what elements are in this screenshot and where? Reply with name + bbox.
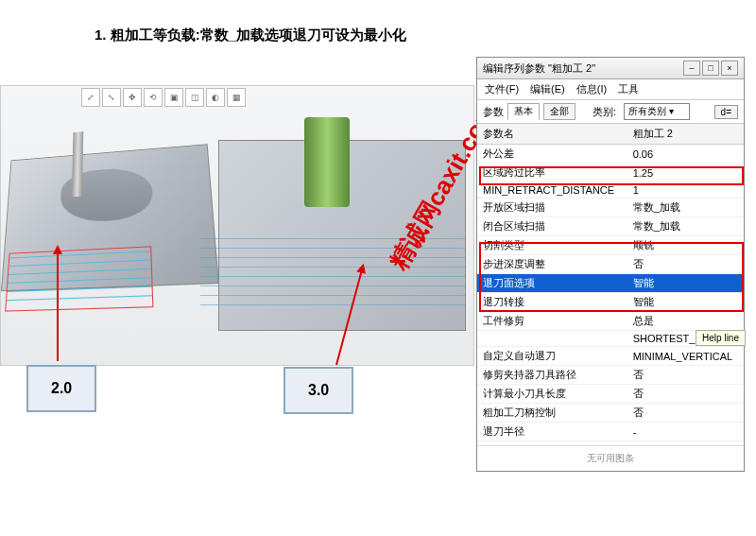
cylinder-tool	[304, 117, 350, 207]
menu-edit[interactable]: 编辑(E)	[530, 82, 565, 96]
param-value[interactable]: 总是	[627, 312, 744, 331]
callout-version-2: 3.0	[284, 367, 353, 414]
cad-viewport[interactable]: ⤢ ⤡ ✥ ⟲ ▣ ◫ ◐ ▦	[0, 85, 474, 366]
parameter-table: 参数名 粗加工 2 外公差0.06区域跨过比率1.25MIN_RETRACT_D…	[477, 124, 744, 441]
category-combo[interactable]: 所有类别 ▾	[624, 103, 690, 120]
minimize-icon[interactable]: –	[683, 61, 700, 76]
menu-bar: 文件(F) 编辑(E) 信息(I) 工具	[477, 79, 744, 100]
param-name: 工件修剪	[477, 312, 627, 331]
view-icon[interactable]: ◫	[185, 88, 204, 107]
menu-info[interactable]: 信息(I)	[576, 82, 607, 96]
table-row[interactable]: 修剪夹持器刀具路径否	[477, 366, 744, 385]
toolpath-lines	[200, 235, 465, 311]
param-name: 切割类型	[477, 236, 627, 255]
param-name: 粗加工刀柄控制	[477, 404, 627, 423]
param-value[interactable]: 0.06	[627, 145, 744, 164]
panel-footer: 无可用图条	[477, 445, 744, 471]
toolpath-region	[5, 246, 153, 311]
parameter-panel: 编辑序列参数 "粗加工 2" – □ × 文件(F) 编辑(E) 信息(I) 工…	[476, 57, 745, 472]
param-name: 修剪夹持器刀具路径	[477, 366, 627, 385]
table-row[interactable]: 粗加工刀柄控制否	[477, 404, 744, 423]
panel-titlebar[interactable]: 编辑序列参数 "粗加工 2" – □ ×	[477, 58, 744, 79]
param-name: 退刀面选项	[477, 274, 627, 293]
help-tooltip: Help line	[696, 330, 746, 346]
category-label: 类别:	[593, 105, 616, 119]
param-name: 闭合区域扫描	[477, 217, 627, 236]
fit-icon[interactable]: ▣	[164, 88, 183, 107]
table-row[interactable]: 开放区域扫描常数_加载	[477, 199, 744, 217]
param-name: MIN_RETRACT_DISTANCE	[477, 182, 627, 199]
arrow-1	[57, 248, 59, 361]
panel-title-text: 编辑序列参数 "粗加工 2"	[483, 61, 595, 76]
param-value[interactable]: 否	[627, 255, 744, 274]
page-title: 1. 粗加工等负载:常数_加载选项退刀可设为最小化	[94, 26, 406, 44]
zoom-out-icon[interactable]: ⤡	[102, 88, 121, 107]
wire-icon[interactable]: ▦	[227, 88, 246, 107]
table-row[interactable]: 退刀面选项智能	[477, 274, 744, 293]
param-name: 开放区域扫描	[477, 199, 627, 217]
param-value[interactable]: 否	[627, 385, 744, 404]
table-row[interactable]: 闭合区域扫描常数_加载	[477, 217, 744, 236]
param-name: 自定义自动退刀	[477, 347, 627, 366]
model-render	[1, 107, 473, 365]
tabs-label: 参数	[483, 105, 504, 119]
col-name[interactable]: 参数名	[477, 124, 627, 145]
zoom-in-icon[interactable]: ⤢	[81, 88, 100, 107]
param-value[interactable]: 否	[627, 366, 744, 385]
param-value[interactable]: 智能	[627, 293, 744, 312]
param-value[interactable]: -	[627, 423, 744, 441]
table-row[interactable]: 区域跨过比率1.25	[477, 164, 744, 182]
table-row[interactable]: 工件修剪总是	[477, 312, 744, 331]
col-value[interactable]: 粗加工 2	[627, 124, 744, 145]
cutting-tool	[72, 131, 84, 197]
param-value[interactable]: 顺铣	[627, 236, 744, 255]
table-row[interactable]: MIN_RETRACT_DISTANCE1	[477, 182, 744, 199]
param-value[interactable]: 智能	[627, 274, 744, 293]
param-value[interactable]: 1.25	[627, 164, 744, 182]
workpiece-right	[218, 140, 466, 331]
menu-tools[interactable]: 工具	[618, 82, 639, 96]
param-name: 区域跨过比率	[477, 164, 627, 182]
tab-basic[interactable]: 基本	[507, 103, 540, 120]
table-row[interactable]: 切割类型顺铣	[477, 236, 744, 255]
param-value[interactable]: 常数_加载	[627, 217, 744, 236]
param-name: 退刀转接	[477, 293, 627, 312]
shade-icon[interactable]: ◐	[206, 88, 225, 107]
param-name: 退刀半径	[477, 423, 627, 441]
view-toolbar: ⤢ ⤡ ✥ ⟲ ▣ ◫ ◐ ▦	[81, 88, 246, 105]
tab-all[interactable]: 全部	[543, 103, 576, 120]
param-value[interactable]: 常数_加载	[627, 199, 744, 217]
menu-file[interactable]: 文件(F)	[485, 82, 519, 96]
param-value[interactable]: MINIMAL_VERTICAL	[627, 347, 744, 366]
workpiece-left	[1, 144, 219, 291]
param-name	[477, 331, 627, 347]
param-name: 外公差	[477, 145, 627, 164]
param-name: 步进深度调整	[477, 255, 627, 274]
maximize-icon[interactable]: □	[702, 61, 719, 76]
table-row[interactable]: 退刀转接智能	[477, 293, 744, 312]
callout-version-1: 2.0	[26, 365, 96, 412]
unit-button[interactable]: d=	[714, 105, 738, 119]
table-row[interactable]: 计算最小刀具长度否	[477, 385, 744, 404]
param-value[interactable]: 否	[627, 404, 744, 423]
param-value[interactable]: 1	[627, 182, 744, 199]
rotate-icon[interactable]: ⟲	[144, 88, 163, 107]
table-row[interactable]: 步进深度调整否	[477, 255, 744, 274]
param-name: 计算最小刀具长度	[477, 385, 627, 404]
tab-row: 参数 基本 全部 类别: 所有类别 ▾ d=	[477, 100, 744, 124]
table-row[interactable]: 自定义自动退刀MINIMAL_VERTICAL	[477, 347, 744, 366]
pan-icon[interactable]: ✥	[123, 88, 142, 107]
table-row[interactable]: 外公差0.06	[477, 145, 744, 164]
close-icon[interactable]: ×	[721, 61, 738, 76]
table-row[interactable]: 退刀半径-	[477, 423, 744, 441]
